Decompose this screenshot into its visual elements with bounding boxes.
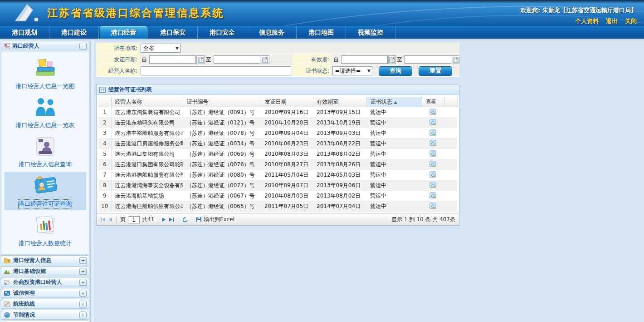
export-excel-button[interactable]: 输出到Excel (196, 216, 234, 223)
view-detail-icon (429, 139, 437, 147)
last-page-button[interactable] (169, 217, 174, 222)
tab-port-security[interactable]: 港口保安 (148, 26, 198, 39)
tab-port-operation[interactable]: 港口经营 (100, 26, 147, 39)
first-page-button[interactable] (100, 217, 106, 222)
col-view[interactable]: 查看 (422, 97, 444, 107)
cert-status-cell: =请选择= ▼ 查询 重置 (331, 65, 459, 76)
expand-button[interactable]: + (79, 312, 87, 318)
view-detail-button[interactable] (429, 181, 437, 190)
cert-no-cell: （苏连）港经证（0091）号 (183, 107, 261, 118)
expand-button[interactable]: + (79, 290, 87, 297)
sidebar-section-energy-saving[interactable]: 节能情况 + (1, 310, 89, 320)
logout-link[interactable]: 退出 (606, 17, 618, 25)
calendar-button[interactable] (388, 55, 396, 64)
calendar-button[interactable] (452, 55, 459, 64)
status-cell: 营运中 (366, 180, 422, 191)
refresh-button[interactable] (182, 217, 188, 223)
prev-page-button[interactable] (108, 217, 112, 222)
view-detail-button[interactable] (429, 150, 437, 159)
cert-no-cell: （苏连）港经证（0080）号 (183, 170, 261, 180)
sidebar-section-foreign-investment[interactable]: 外商投资港口经营人 + (1, 277, 89, 287)
col-cert-no[interactable]: 证书编号 (183, 97, 261, 107)
next-page-button[interactable] (162, 217, 166, 222)
view-detail-icon (429, 202, 437, 209)
sidebar-item-operator-info-query[interactable]: 港口经营人信息查询 (5, 133, 86, 170)
tab-port-planning[interactable]: 港口规划 (0, 26, 49, 39)
view-detail-icon (429, 171, 437, 178)
sidebar-section-integrity[interactable]: 诚信管理 + (1, 288, 89, 298)
reset-button[interactable]: 重置 (419, 66, 452, 76)
calendar-button[interactable] (261, 55, 269, 64)
issue-date-to-input[interactable] (214, 55, 260, 64)
cert-no-cell: （苏连）港经证（0078）号 (183, 128, 261, 139)
prev-page-icon (108, 217, 112, 222)
expand-button[interactable]: + (79, 268, 87, 275)
expand-button[interactable]: + (79, 301, 87, 307)
status-cell: 营运中 (366, 191, 422, 201)
operator-name-cell: 连云港东粮码头有限公司 (111, 118, 183, 128)
tab-port-map[interactable]: 港口地图 (297, 26, 346, 39)
pager-separator (116, 216, 117, 223)
tab-info-service[interactable]: 信息服务 (247, 26, 297, 39)
header-links: 个人资料 退出 关闭 (575, 17, 637, 25)
section-label: 外商投资港口经营人 (13, 278, 77, 286)
view-detail-button[interactable] (429, 129, 437, 138)
table-icon (99, 87, 106, 93)
welcome-message: 欢迎您: 朱新龙【江苏省交通运输厅港口局】 (520, 6, 637, 15)
view-detail-icon (429, 192, 437, 199)
collapse-button[interactable]: − (79, 43, 87, 50)
sidebar-section-infrastructure[interactable]: 港口基础设施 + (1, 266, 89, 276)
view-detail-button[interactable] (429, 108, 437, 117)
col-operator-name[interactable]: 经营人名称 (111, 97, 183, 107)
view-detail-button[interactable] (429, 171, 437, 179)
col-valid-until[interactable]: 有效期至 (313, 97, 366, 107)
form-row-name-status: 经营人名称: 证书状态: =请选择= ▼ 查询 重置 (96, 65, 459, 76)
query-button[interactable]: 查询 (379, 66, 412, 76)
status-cell: 营运中 (366, 118, 422, 128)
region-label: 所在地域: (96, 43, 139, 54)
view-detail-button[interactable] (429, 119, 437, 127)
refresh-icon (182, 217, 188, 223)
valid-until-cell: 2013年06月22日 (313, 139, 366, 149)
calendar-button[interactable] (196, 55, 205, 64)
close-link[interactable]: 关闭 (625, 17, 637, 25)
view-detail-button[interactable] (429, 160, 437, 169)
operator-name-input[interactable] (141, 66, 291, 75)
valid-until-cell: 2013年09月03日 (313, 128, 366, 139)
license-list-header: 经营许可证书列表 (97, 84, 459, 95)
expand-button[interactable]: + (79, 279, 87, 286)
view-detail-button[interactable] (429, 139, 437, 148)
view-detail-button[interactable] (429, 202, 437, 211)
validity-to-input[interactable] (405, 55, 451, 64)
export-excel-label: 输出到Excel (204, 216, 234, 223)
page-number-input[interactable] (128, 216, 140, 223)
col-issue-date[interactable]: 发证日期 (261, 97, 313, 107)
issue-date-from-input[interactable] (149, 55, 196, 64)
profile-link[interactable]: 个人资料 (575, 17, 599, 25)
valid-until-cell: 2013年08月26日 (313, 159, 366, 170)
validity-from-input[interactable] (341, 55, 388, 64)
operator-name-cell: 连云港港腾船舶服务有限公司 (111, 170, 183, 180)
sidebar-item-license-query[interactable]: 港口经营许可证查询 (5, 172, 86, 210)
region-select[interactable]: 全省 ▼ (141, 44, 181, 53)
sidebar-item-operator-statistics[interactable]: 港口经营人数量统计 (5, 212, 86, 249)
view-detail-button[interactable] (429, 192, 437, 200)
cert-status-select[interactable]: =请选择= ▼ (332, 66, 372, 75)
sidebar-section-flight-routes[interactable]: 航班航线 + (1, 299, 89, 309)
sidebar-splitter[interactable] (90, 40, 94, 322)
tab-port-safety[interactable]: 港口安全 (198, 26, 247, 39)
cert-no-cell: （苏连）港经证（0067）号 (183, 191, 261, 201)
col-cert-status[interactable]: 证书状态▲ (366, 97, 422, 107)
sidebar-section-operator-info[interactable]: 港口经营人信息 + (1, 255, 89, 265)
sidebar-item-operator-overview-chart[interactable]: 港口经营人信息一览图 (5, 55, 86, 92)
application-window: 江苏省省级港口综合管理信息系统 欢迎您: 朱新龙【江苏省交通运输厅港口局】 个人… (0, 0, 644, 322)
tab-video-monitor[interactable]: 视频监控 (346, 26, 395, 39)
filler-cell (444, 180, 457, 191)
expand-button[interactable]: + (79, 257, 87, 264)
sidebar-item-operator-overview-table[interactable]: 港口经营人信息一览表 (5, 94, 86, 131)
valid-until-cell: 2014年07月04日 (313, 201, 366, 212)
filler-cell (444, 139, 457, 149)
tab-port-construction[interactable]: 港口建设 (49, 26, 99, 39)
first-page-icon (100, 217, 106, 222)
validity-cell: 自 至 (331, 54, 459, 65)
